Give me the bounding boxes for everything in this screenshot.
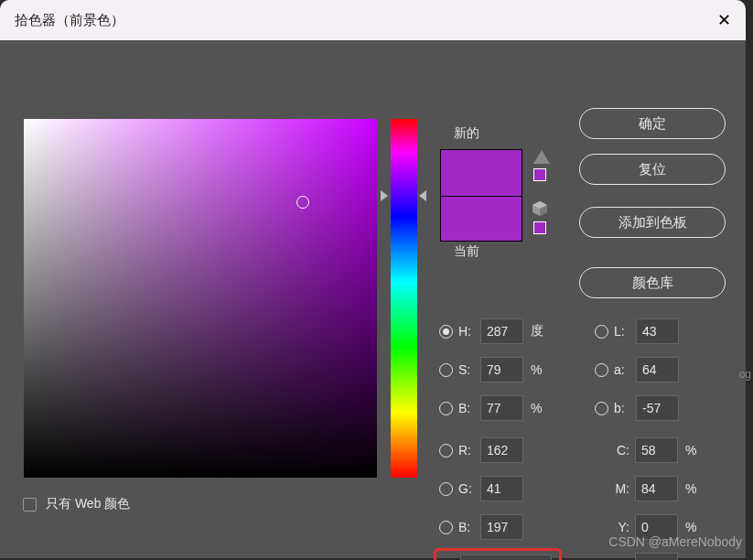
websafe-swatch[interactable] (533, 221, 546, 234)
label-bc: B: (458, 520, 480, 534)
label-c: C: (611, 443, 629, 458)
field-h: H: 度 (439, 318, 543, 344)
label-r: R: (458, 443, 480, 458)
input-r[interactable] (480, 437, 523, 463)
field-g: G: (439, 476, 523, 501)
input-k[interactable] (635, 553, 678, 560)
hex-row: # (434, 548, 562, 560)
input-bc[interactable] (480, 514, 523, 540)
field-s: S: % (439, 357, 542, 382)
unit-y: % (685, 520, 696, 534)
hue-slider[interactable] (391, 119, 417, 478)
label-current: 当前 (454, 243, 479, 260)
radio-lab-b[interactable] (595, 402, 608, 415)
unit-bv: % (531, 401, 542, 415)
gamut-warning-icon[interactable] (533, 150, 550, 164)
add-swatch-button[interactable]: 添加到色板 (579, 207, 726, 238)
dialog-body: 新的 当前 确定 复位 添加到色板 颜色库 H: 度 S (0, 40, 746, 558)
webcolor-checkbox[interactable] (23, 498, 37, 512)
label-h: H: (458, 324, 480, 339)
reset-button[interactable]: 复位 (579, 154, 726, 185)
hue-arrow-left-icon[interactable] (381, 190, 388, 201)
dialog-title: 拾色器（前景色） (15, 12, 124, 29)
close-icon[interactable]: ✕ (717, 10, 731, 30)
input-h[interactable] (480, 318, 523, 344)
input-l[interactable] (636, 318, 679, 344)
input-a[interactable] (636, 357, 679, 382)
radio-bc[interactable] (439, 521, 453, 534)
input-m[interactable] (635, 476, 678, 501)
field-m: M: % (611, 476, 696, 501)
saturation-field[interactable] (24, 119, 377, 478)
radio-g[interactable] (439, 482, 453, 496)
radio-h[interactable] (439, 325, 453, 339)
label-y: Y: (611, 520, 629, 534)
hex-input[interactable] (460, 555, 552, 560)
unit-m: % (685, 481, 696, 496)
radio-r[interactable] (439, 444, 453, 458)
label-new: 新的 (454, 125, 479, 142)
radio-s[interactable] (439, 363, 453, 377)
field-c: C: % (611, 437, 696, 463)
webcolor-label: 只有 Web 颜色 (46, 496, 130, 512)
color-preview (440, 149, 522, 242)
titlebar[interactable]: 拾色器（前景色） ✕ (0, 0, 746, 40)
label-lab-b: b: (614, 401, 636, 415)
preview-current-color[interactable] (440, 196, 522, 242)
hue-arrow-right-icon[interactable] (419, 190, 426, 201)
field-lab-b: b: (595, 395, 679, 421)
field-bv: B: % (439, 395, 542, 421)
bg-text: og (739, 368, 751, 381)
color-picker-dialog: 拾色器（前景色） ✕ 新的 当前 确定 复位 添加到色板 颜色库 H: (0, 0, 746, 558)
label-m: M: (611, 481, 629, 496)
field-k: K: % (611, 553, 696, 560)
label-bv: B: (458, 401, 480, 415)
radio-bv[interactable] (439, 402, 453, 415)
field-r: R: (439, 437, 523, 463)
websafe-warning-icon[interactable] (532, 201, 547, 216)
unit-s: % (531, 362, 542, 377)
saturation-cursor[interactable] (296, 196, 309, 209)
color-libraries-button[interactable]: 颜色库 (579, 267, 726, 298)
field-a: a: (595, 357, 679, 382)
radio-l[interactable] (595, 325, 608, 339)
radio-a[interactable] (595, 363, 608, 377)
ok-button[interactable]: 确定 (579, 108, 726, 139)
input-g[interactable] (480, 476, 523, 501)
label-a: a: (614, 362, 636, 377)
preview-new-color[interactable] (440, 149, 522, 196)
input-s[interactable] (480, 357, 523, 382)
webcolor-row: 只有 Web 颜色 (23, 496, 130, 512)
gamut-warning-swatch[interactable] (533, 168, 546, 181)
unit-c: % (685, 443, 696, 458)
input-c[interactable] (635, 437, 678, 463)
watermark: CSDN @aMereNobody (608, 534, 742, 549)
input-bv[interactable] (480, 395, 523, 421)
label-l: L: (614, 324, 636, 339)
label-g: G: (458, 481, 480, 496)
input-lab-b[interactable] (636, 395, 679, 421)
label-s: S: (458, 362, 480, 377)
unit-h: 度 (531, 323, 543, 339)
field-l: L: (595, 318, 679, 344)
field-bc: B: (439, 514, 523, 540)
